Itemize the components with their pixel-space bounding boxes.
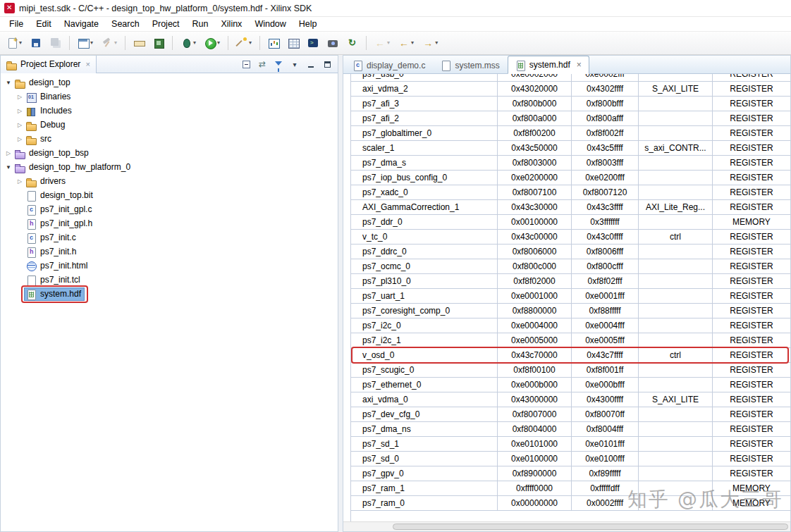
dropdown-caret-icon[interactable]: ▾ xyxy=(217,40,220,46)
tree-item-ps7-init-h[interactable]: ps7_init.h xyxy=(1,245,338,259)
tree-item-binaries[interactable]: ▷Binaries xyxy=(1,89,338,104)
expand-arrow-icon[interactable]: ▷ xyxy=(15,136,25,142)
build-button[interactable]: ▾ xyxy=(98,35,121,51)
horizontal-scrollbar-thumb[interactable] xyxy=(393,524,788,530)
table-row[interactable]: ps7_dma_ns0xf80040000xf8004fffREGISTER xyxy=(351,422,790,437)
dropdown-caret-icon[interactable]: ▾ xyxy=(193,40,196,46)
menu-edit[interactable]: Edit xyxy=(30,18,58,30)
collapse-all-icon[interactable] xyxy=(241,59,251,69)
tree-item-ps7-init-c[interactable]: ps7_init.c xyxy=(1,230,338,245)
horizontal-scrollbar[interactable] xyxy=(343,521,790,531)
tree-item-includes[interactable]: ▷Includes xyxy=(1,104,338,118)
table-row[interactable]: v_tc_00x43c000000x43c0ffffctrlREGISTER xyxy=(351,230,790,245)
tree-item-design-top-hw-platform-0[interactable]: ▼design_top_hw_platform_0 xyxy=(1,160,338,174)
dropdown-caret-icon[interactable]: ▾ xyxy=(90,40,93,46)
table-row[interactable]: ps7_coresight_comp_00xf88000000xf88fffff… xyxy=(351,304,790,318)
table-row[interactable]: ps7_dev_cfg_00xf80070000xf80070ffREGISTE… xyxy=(351,407,790,422)
project-explorer-tab[interactable]: Project Explorer × xyxy=(1,56,97,73)
tree-item-src[interactable]: ▷src xyxy=(1,132,338,146)
expand-arrow-icon[interactable]: ▷ xyxy=(15,178,25,185)
new-wizard-button[interactable]: ▾ xyxy=(3,35,25,51)
editor-tab-display-demo-c[interactable]: display_demo.c xyxy=(345,56,433,73)
dropdown-caret-icon[interactable]: ▾ xyxy=(249,40,252,46)
run-button[interactable]: ▾ xyxy=(201,35,223,51)
table-row[interactable]: ps7_ddr_00x001000000x3fffffffMEMORY xyxy=(351,215,790,230)
table-row[interactable]: ps7_xadc_00xf80071000xf8007120REGISTER xyxy=(351,185,790,200)
sync-button[interactable] xyxy=(343,35,362,51)
editor-tab-system-hdf[interactable]: system.hdf× xyxy=(508,56,589,74)
menu-search[interactable]: Search xyxy=(105,18,146,30)
table-row[interactable]: axi_vdma_20x430200000x4302ffffS_AXI_LITE… xyxy=(351,82,790,97)
screenshot-button[interactable] xyxy=(324,35,342,51)
table-row[interactable]: ps7_globaltimer_00xf8f002000xf8f002ffREG… xyxy=(351,126,790,141)
menu-window[interactable]: Window xyxy=(248,18,292,30)
table-row[interactable]: ps7_scugic_00xf8f001000xf8f001ffREGISTER xyxy=(351,363,790,378)
menu-run[interactable]: Run xyxy=(186,18,215,30)
expand-arrow-icon[interactable]: ▷ xyxy=(4,150,13,156)
filter-icon[interactable] xyxy=(274,59,283,69)
dropdown-caret-icon[interactable]: ▾ xyxy=(411,40,414,46)
back-button[interactable]: ▾ xyxy=(395,35,417,51)
program-fpga-button[interactable] xyxy=(149,35,168,51)
table-row[interactable]: ps7_ram_00x000000000x0002ffffMEMORY xyxy=(351,496,790,511)
tree-item-design-top-bit[interactable]: design_top.bit xyxy=(1,188,338,202)
table-row[interactable]: ps7_pl310_00xf8f020000xf8f02fffREGISTER xyxy=(351,274,790,289)
editor-tab-system-mss[interactable]: system.mss xyxy=(433,56,507,73)
ruler-button[interactable] xyxy=(130,35,148,51)
expand-arrow-icon[interactable]: ▼ xyxy=(4,164,13,171)
tree-item-ps7-init-gpl-c[interactable]: ps7_init_gpl.c xyxy=(1,202,338,216)
external-tools-button[interactable]: ▾ xyxy=(233,35,255,51)
minimize-icon[interactable] xyxy=(306,59,316,69)
open-perspective-button[interactable]: ▾ xyxy=(74,35,97,51)
link-with-editor-icon[interactable] xyxy=(257,59,267,69)
menu-navigate[interactable]: Navigate xyxy=(58,18,105,30)
table-row[interactable]: ps7_ddrc_00xf80060000xf8006fffREGISTER xyxy=(351,245,790,259)
table-row[interactable]: v_osd_00x43c700000x43c7ffffctrlREGISTER xyxy=(351,348,790,363)
forward-button[interactable]: ▾ xyxy=(419,35,441,51)
memory-view-button[interactable] xyxy=(284,35,302,51)
expand-arrow-icon[interactable]: ▷ xyxy=(15,108,25,114)
menu-xilinx[interactable]: Xilinx xyxy=(215,18,249,30)
save-all-button[interactable] xyxy=(47,35,65,51)
dropdown-caret-icon[interactable]: ▾ xyxy=(114,40,117,46)
tree-item-system-hdf[interactable]: system.hdf xyxy=(1,287,338,301)
table-row[interactable]: ps7_ethernet_00xe000b0000xe000bfffREGIST… xyxy=(351,378,790,392)
tree-item-ps7-init-gpl-h[interactable]: ps7_init_gpl.h xyxy=(1,216,338,230)
table-row[interactable]: ps7_i2c_10xe00050000xe0005fffREGISTER xyxy=(351,333,790,348)
tree-item-design-top[interactable]: ▼design_top xyxy=(1,75,338,89)
debug-button[interactable]: ▾ xyxy=(177,35,200,51)
table-row[interactable]: axi_vdma_00x430000000x4300ffffS_AXI_LITE… xyxy=(351,392,790,407)
expand-arrow-icon[interactable]: ▷ xyxy=(15,94,25,100)
table-row[interactable]: scaler_10x43c500000x43c5ffffs_axi_CONTR.… xyxy=(351,141,790,156)
table-row[interactable]: ps7_ocmc_00xf800c0000xf800cfffREGISTER xyxy=(351,259,790,274)
tree-item-ps7-init-tcl[interactable]: ps7_init.tcl xyxy=(1,273,338,287)
menu-help[interactable]: Help xyxy=(293,18,324,30)
table-row[interactable]: ps7_sd_00xe01000000xe0100fffREGISTER xyxy=(351,452,790,466)
table-row[interactable]: ps7_dma_s0xf80030000xf8003fffREGISTER xyxy=(351,156,790,171)
table-row[interactable]: ps7_iop_bus_config_00xe02000000xe0200fff… xyxy=(351,171,790,185)
dropdown-caret-icon[interactable]: ▾ xyxy=(387,40,390,46)
table-row[interactable]: ps7_i2c_00xe00040000xe0004fffREGISTER xyxy=(351,318,790,333)
tree-item-drivers[interactable]: ▷drivers xyxy=(1,174,338,188)
table-row[interactable]: ps7_ram_10xffff00000xfffffdffMEMORY xyxy=(351,481,790,496)
table-row[interactable]: ps7_gpv_00xf89000000xf89fffffREGISTER xyxy=(351,466,790,481)
save-button[interactable] xyxy=(27,35,45,51)
view-menu-icon[interactable] xyxy=(290,59,300,69)
close-view-icon[interactable]: × xyxy=(85,60,90,68)
close-tab-icon[interactable]: × xyxy=(577,61,582,69)
table-row[interactable]: ps7_afi_20xf800a0000xf800afffREGISTER xyxy=(351,111,790,126)
table-row[interactable]: ps7_uart_10xe00010000xe0001fffREGISTER xyxy=(351,289,790,304)
coverage-button[interactable] xyxy=(264,35,283,51)
tree-item-design-top-bsp[interactable]: ▷design_top_bsp xyxy=(1,146,338,160)
table-row[interactable]: ps7_afi_30xf800b0000xf800bfffREGISTER xyxy=(351,97,790,111)
table-row[interactable]: ps7_usb_00xe00020000xe0002fffREGISTER xyxy=(351,74,790,82)
menu-file[interactable]: File xyxy=(3,18,30,30)
dropdown-caret-icon[interactable]: ▾ xyxy=(19,40,22,46)
expand-arrow-icon[interactable]: ▷ xyxy=(15,122,25,128)
menu-project[interactable]: Project xyxy=(146,18,186,30)
expand-arrow-icon[interactable]: ▼ xyxy=(4,80,13,86)
tree-item-debug[interactable]: ▷Debug xyxy=(1,118,338,132)
dropdown-caret-icon[interactable]: ▾ xyxy=(435,40,438,46)
terminal-button[interactable] xyxy=(304,35,322,51)
table-row[interactable]: AXI_GammaCorrection_10x43c300000x43c3fff… xyxy=(351,200,790,215)
